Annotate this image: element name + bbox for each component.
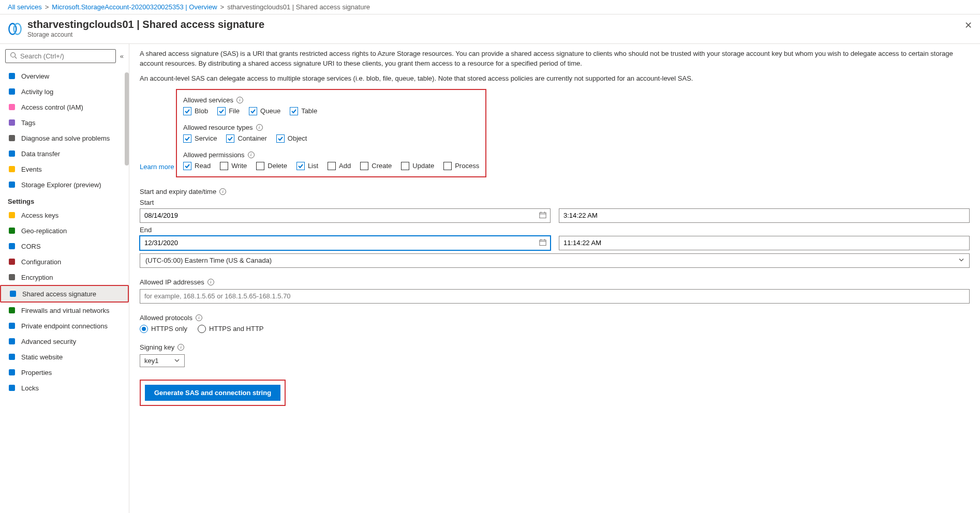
permission-list-checkbox[interactable]: List (296, 162, 318, 170)
calendar-icon[interactable] (539, 238, 546, 247)
page-subtitle: Storage account (27, 31, 264, 38)
svg-rect-18 (9, 307, 15, 313)
nav-item-label: Configuration (21, 258, 61, 266)
sidebar-item-storage-explorer-preview-[interactable]: Storage Explorer (preview) (0, 177, 129, 192)
info-icon[interactable]: i (207, 279, 214, 285)
nav-icon (8, 368, 16, 376)
nav-icon (8, 337, 16, 345)
sidebar-item-geo-replication[interactable]: Geo-replication (0, 223, 129, 238)
sidebar-item-configuration[interactable]: Configuration (0, 254, 129, 269)
checkbox-label: Process (455, 162, 479, 170)
svg-rect-23 (9, 385, 15, 391)
end-label: End (140, 226, 970, 234)
sidebar-item-diagnose-and-solve-problems[interactable]: Diagnose and solve problems (0, 130, 129, 146)
info-icon[interactable]: i (219, 188, 226, 195)
protocol-https-and-http-radio[interactable]: HTTPS and HTTP (198, 325, 263, 333)
signing-key-label: Signing key i (140, 343, 970, 351)
nav-item-label: Data transfer (21, 150, 60, 158)
nav-item-label: Overview (21, 72, 49, 80)
sidebar: « OverviewActivity logAccess control (IA… (0, 44, 129, 513)
nav-icon (8, 180, 16, 189)
datetime-label: Start and expiry date/time i (140, 188, 970, 195)
breadcrumb: All services > Microsoft.StorageAccount-… (0, 0, 980, 14)
nav-icon (8, 149, 16, 158)
permission-read-checkbox[interactable]: Read (183, 162, 211, 170)
nav-item-label: Firewalls and virtual networks (21, 307, 110, 314)
resource-service-checkbox[interactable]: Service (183, 134, 217, 143)
generate-sas-button[interactable]: Generate SAS and connection string (145, 385, 280, 401)
info-icon[interactable]: i (248, 152, 255, 158)
signing-key-select[interactable]: key1 (140, 354, 185, 367)
svg-rect-17 (10, 291, 16, 297)
sidebar-item-cors[interactable]: CORS (0, 238, 129, 254)
info-icon[interactable]: i (236, 97, 243, 103)
permission-write-checkbox[interactable]: Write (220, 162, 247, 170)
nav-icon (8, 322, 16, 330)
info-icon[interactable]: i (177, 344, 184, 351)
nav-item-label: Activity log (21, 88, 53, 96)
timezone-select[interactable]: (UTC-05:00) Eastern Time (US & Canada) (140, 253, 970, 268)
permission-add-checkbox[interactable]: Add (328, 162, 351, 170)
service-queue-checkbox[interactable]: Queue (249, 107, 280, 115)
sidebar-item-events[interactable]: Events (0, 161, 129, 177)
sidebar-item-advanced-security[interactable]: Advanced security (0, 334, 129, 349)
scrollbar-thumb[interactable] (125, 72, 129, 165)
search-input[interactable] (20, 52, 111, 60)
sidebar-item-overview[interactable]: Overview (0, 68, 129, 84)
breadcrumb-current: stharvestingclouds01 | Shared access sig… (227, 3, 370, 11)
collapse-sidebar-icon[interactable]: « (120, 52, 124, 60)
nav-icon (9, 290, 17, 298)
sidebar-item-firewalls-and-virtual-networks[interactable]: Firewalls and virtual networks (0, 303, 129, 318)
sidebar-item-access-control-iam-[interactable]: Access control (IAM) (0, 99, 129, 115)
svg-rect-24 (540, 213, 546, 218)
close-icon[interactable]: ✕ (964, 20, 972, 31)
main-content: A shared access signature (SAS) is a URI… (129, 44, 980, 513)
service-file-checkbox[interactable]: File (217, 107, 240, 115)
sidebar-item-access-keys[interactable]: Access keys (0, 207, 129, 223)
svg-rect-9 (9, 150, 15, 157)
service-table-checkbox[interactable]: Table (290, 107, 317, 115)
svg-rect-15 (9, 259, 15, 265)
resource-container-checkbox[interactable]: Container (226, 134, 266, 143)
info-icon[interactable]: i (196, 314, 202, 321)
permission-create-checkbox[interactable]: Create (360, 162, 392, 170)
sidebar-item-static-website[interactable]: Static website (0, 349, 129, 365)
end-time-input[interactable] (559, 236, 970, 250)
svg-point-1 (14, 24, 21, 35)
sidebar-item-activity-log[interactable]: Activity log (0, 84, 129, 99)
intro-text-1: A shared access signature (SAS) is a URI… (140, 49, 970, 69)
nav-icon (8, 258, 16, 266)
breadcrumb-mid[interactable]: Microsoft.StorageAccount-20200320025353 … (52, 3, 217, 11)
sidebar-item-encryption[interactable]: Encryption (0, 269, 129, 285)
service-blob-checkbox[interactable]: Blob (183, 107, 208, 115)
protocol-https-only-radio[interactable]: HTTPS only (140, 325, 187, 333)
checkbox-label: Queue (260, 107, 280, 115)
checkbox-label: Create (372, 162, 392, 170)
sidebar-item-properties[interactable]: Properties (0, 365, 129, 380)
sidebar-item-shared-access-signature[interactable]: Shared access signature (1, 286, 128, 301)
sidebar-item-locks[interactable]: Locks (0, 380, 129, 396)
start-date-input[interactable] (140, 208, 551, 223)
calendar-icon[interactable] (539, 211, 546, 220)
nav-icon (8, 118, 16, 127)
breadcrumb-sep: > (45, 3, 49, 11)
permission-update-checkbox[interactable]: Update (401, 162, 434, 170)
breadcrumb-root[interactable]: All services (8, 3, 42, 11)
info-icon[interactable]: i (256, 124, 263, 131)
end-date-input[interactable] (140, 236, 551, 250)
sidebar-item-data-transfer[interactable]: Data transfer (0, 146, 129, 161)
nav-icon (8, 165, 16, 173)
resource-object-checkbox[interactable]: Object (276, 134, 307, 143)
sidebar-item-tags[interactable]: Tags (0, 115, 129, 130)
checkbox-label: Blob (195, 107, 208, 115)
permission-process-checkbox[interactable]: Process (443, 162, 479, 170)
svg-rect-22 (9, 369, 15, 375)
svg-rect-8 (9, 135, 15, 141)
checkbox-label: Container (237, 134, 266, 142)
search-input-wrap[interactable] (5, 49, 116, 63)
learn-more-link[interactable]: Learn more (140, 163, 174, 171)
start-time-input[interactable] (559, 208, 970, 223)
sidebar-item-private-endpoint-connections[interactable]: Private endpoint connections (0, 318, 129, 334)
permission-delete-checkbox[interactable]: Delete (256, 162, 287, 170)
allowed-ip-input[interactable] (140, 289, 970, 304)
